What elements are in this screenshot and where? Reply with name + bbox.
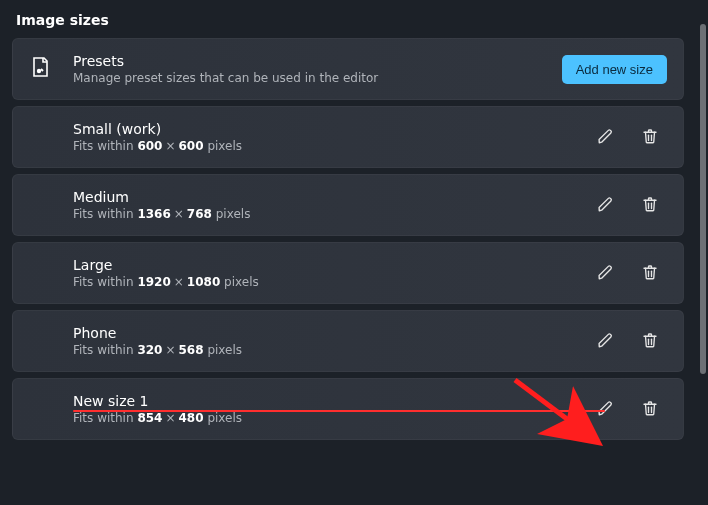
fits-label: Fits within — [73, 207, 134, 221]
size-row-actions — [595, 330, 661, 352]
size-name: Phone — [73, 325, 595, 341]
size-row: PhoneFits within 320×568 pixels — [12, 310, 684, 372]
size-width: 320 — [137, 343, 162, 357]
pencil-icon — [597, 399, 615, 420]
size-width: 854 — [137, 411, 162, 425]
times-sep: × — [162, 411, 178, 425]
trash-icon — [641, 195, 659, 216]
delete-button[interactable] — [639, 398, 661, 420]
edit-button[interactable] — [595, 126, 617, 148]
scrollbar[interactable] — [700, 24, 706, 374]
size-width: 1920 — [137, 275, 170, 289]
presets-title: Presets — [73, 53, 562, 69]
size-width: 1366 — [137, 207, 170, 221]
fits-label: Fits within — [73, 275, 134, 289]
pencil-icon — [597, 127, 615, 148]
size-height: 600 — [179, 139, 204, 153]
times-sep: × — [171, 275, 187, 289]
fits-label: Fits within — [73, 139, 134, 153]
trash-icon — [641, 127, 659, 148]
size-row: LargeFits within 1920×1080 pixels — [12, 242, 684, 304]
presets-header-row: Presets Manage preset sizes that can be … — [12, 38, 684, 100]
times-sep: × — [171, 207, 187, 221]
add-new-size-button[interactable]: Add new size — [562, 55, 667, 84]
size-name: New size 1 — [73, 393, 595, 409]
size-row-text: PhoneFits within 320×568 pixels — [73, 325, 595, 357]
trash-icon — [641, 331, 659, 352]
times-sep: × — [162, 139, 178, 153]
section-title: Image sizes — [16, 12, 684, 28]
size-dimensions: Fits within 600×600 pixels — [73, 139, 595, 153]
pixels-label: pixels — [216, 207, 251, 221]
delete-button[interactable] — [639, 194, 661, 216]
size-width: 600 — [137, 139, 162, 153]
edit-button[interactable] — [595, 262, 617, 284]
size-row-actions — [595, 398, 661, 420]
presets-subtitle: Manage preset sizes that can be used in … — [73, 71, 562, 85]
size-row-actions — [595, 126, 661, 148]
pencil-icon — [597, 263, 615, 284]
size-row: New size 1Fits within 854×480 pixels — [12, 378, 684, 440]
pencil-icon — [597, 195, 615, 216]
size-row-actions — [595, 262, 661, 284]
pixels-label: pixels — [207, 411, 242, 425]
pencil-icon — [597, 331, 615, 352]
size-height: 480 — [179, 411, 204, 425]
edit-button[interactable] — [595, 398, 617, 420]
size-dimensions: Fits within 1366×768 pixels — [73, 207, 595, 221]
size-name: Medium — [73, 189, 595, 205]
size-dimensions: Fits within 320×568 pixels — [73, 343, 595, 357]
image-sizes-panel: Image sizes Presets Manage preset sizes … — [0, 0, 696, 505]
size-row-text: Small (work)Fits within 600×600 pixels — [73, 121, 595, 153]
edit-button[interactable] — [595, 194, 617, 216]
size-row: Small (work)Fits within 600×600 pixels — [12, 106, 684, 168]
trash-icon — [641, 399, 659, 420]
size-row-text: MediumFits within 1366×768 pixels — [73, 189, 595, 221]
size-row-text: LargeFits within 1920×1080 pixels — [73, 257, 595, 289]
size-height: 568 — [179, 343, 204, 357]
size-dimensions: Fits within 854×480 pixels — [73, 411, 595, 425]
delete-button[interactable] — [639, 262, 661, 284]
delete-button[interactable] — [639, 126, 661, 148]
size-height: 1080 — [187, 275, 220, 289]
pixels-label: pixels — [207, 343, 242, 357]
size-name: Large — [73, 257, 595, 273]
size-height: 768 — [187, 207, 212, 221]
size-row-actions — [595, 194, 661, 216]
pixels-label: pixels — [207, 139, 242, 153]
presets-icon — [29, 55, 73, 83]
size-name: Small (work) — [73, 121, 595, 137]
delete-button[interactable] — [639, 330, 661, 352]
fits-label: Fits within — [73, 411, 134, 425]
trash-icon — [641, 263, 659, 284]
size-row-text: New size 1Fits within 854×480 pixels — [73, 393, 595, 425]
fits-label: Fits within — [73, 343, 134, 357]
edit-button[interactable] — [595, 330, 617, 352]
times-sep: × — [162, 343, 178, 357]
size-dimensions: Fits within 1920×1080 pixels — [73, 275, 595, 289]
size-row: MediumFits within 1366×768 pixels — [12, 174, 684, 236]
pixels-label: pixels — [224, 275, 259, 289]
presets-text: Presets Manage preset sizes that can be … — [73, 53, 562, 85]
